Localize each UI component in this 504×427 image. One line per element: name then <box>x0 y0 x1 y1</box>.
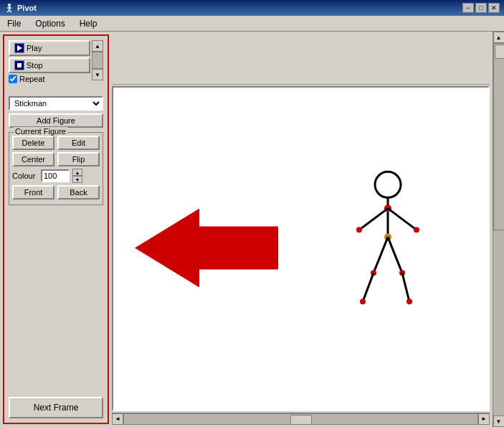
v-scroll-lower <box>493 230 505 416</box>
center-flip-row: Center Flip <box>12 152 100 166</box>
playback-buttons: Play Stop Repeat <box>9 40 90 83</box>
colour-row: Colour ▲ ▼ <box>12 169 100 183</box>
close-button[interactable]: ✕ <box>488 3 500 13</box>
svg-point-23 <box>406 299 412 304</box>
play-button[interactable]: Play <box>9 40 90 56</box>
title-bar: Pivot − □ ✕ <box>0 0 504 16</box>
maximize-button[interactable]: □ <box>475 3 487 13</box>
app-title: Pivot <box>17 4 37 12</box>
scroll-down-button[interactable]: ▼ <box>92 69 103 80</box>
v-scroll-down-button[interactable]: ▼ <box>493 416 505 427</box>
svg-point-13 <box>356 227 362 233</box>
svg-point-14 <box>414 227 419 233</box>
svg-point-0 <box>8 4 11 6</box>
colour-up-button[interactable]: ▲ <box>72 169 82 176</box>
spacer <box>9 86 103 90</box>
red-arrow <box>135 208 278 287</box>
front-button[interactable]: Front <box>12 185 54 200</box>
svg-point-8 <box>375 172 401 197</box>
center-button[interactable]: Center <box>12 152 54 166</box>
svg-line-11 <box>359 208 388 230</box>
figure-dropdown[interactable]: Stickman <box>9 96 103 111</box>
play-icon <box>14 43 24 53</box>
colour-spinner: ▲ ▼ <box>72 169 82 183</box>
h-scroll-thumb <box>290 415 312 425</box>
arrow-container <box>135 208 278 289</box>
playback-scroll: ▲ ▼ <box>92 40 103 80</box>
colour-down-button[interactable]: ▼ <box>72 176 82 183</box>
delete-edit-row: Delete Edit <box>12 136 100 150</box>
stickman <box>345 169 431 314</box>
back-button[interactable]: Back <box>57 185 100 200</box>
flip-button[interactable]: Flip <box>57 152 100 166</box>
menu-help[interactable]: Help <box>75 17 102 30</box>
svg-line-12 <box>388 208 417 230</box>
svg-marker-7 <box>135 208 278 287</box>
delete-button[interactable]: Delete <box>12 136 54 150</box>
svg-line-4 <box>9 10 11 12</box>
h-scroll-track[interactable] <box>123 413 478 425</box>
stickman-svg <box>345 169 431 312</box>
colour-input[interactable] <box>41 169 70 182</box>
v-scroll-thumb <box>495 44 505 59</box>
v-scroll-up-button[interactable]: ▲ <box>493 32 505 43</box>
repeat-checkbox[interactable] <box>9 75 17 83</box>
current-figure-group: Current Figure Delete Edit Center Flip C… <box>9 132 103 205</box>
stop-button[interactable]: Stop <box>9 57 90 73</box>
scroll-left-button[interactable]: ◄ <box>112 413 123 425</box>
front-back-row: Front Back <box>12 185 100 200</box>
menu-bar: File Options Help <box>0 16 504 32</box>
minimize-button[interactable]: − <box>462 3 474 13</box>
svg-marker-5 <box>17 45 22 51</box>
svg-rect-6 <box>17 63 22 67</box>
top-strip <box>112 34 490 85</box>
playback-area: Play Stop Repeat <box>9 40 103 83</box>
figure-select-row: Stickman <box>9 96 103 111</box>
stop-icon <box>14 60 24 70</box>
play-label: Play <box>27 44 42 52</box>
window-controls: − □ ✕ <box>462 3 500 13</box>
edit-button[interactable]: Edit <box>57 136 100 150</box>
scroll-up-button[interactable]: ▲ <box>92 40 103 52</box>
current-figure-label: Current Figure <box>14 127 67 136</box>
repeat-row: Repeat <box>9 75 90 83</box>
menu-file[interactable]: File <box>3 17 25 30</box>
bottom-scrollbar: ◄ ► <box>112 413 490 424</box>
app-icon <box>4 3 14 13</box>
svg-point-22 <box>360 299 366 304</box>
stop-label: Stop <box>27 61 43 70</box>
scroll-track <box>92 52 103 69</box>
left-panel: Play Stop Repeat <box>3 34 109 424</box>
add-figure-button[interactable]: Add Figure <box>9 113 103 128</box>
svg-line-20 <box>363 273 374 301</box>
scroll-right-button[interactable]: ► <box>478 413 490 425</box>
canvas-area: ◄ ► <box>112 32 493 427</box>
svg-line-17 <box>388 237 402 273</box>
colour-label: Colour <box>12 172 38 180</box>
right-scrollbar: ▲ ▼ <box>493 32 504 427</box>
next-frame-button[interactable]: Next Frame <box>9 397 103 418</box>
repeat-label: Repeat <box>19 75 44 83</box>
menu-options[interactable]: Options <box>31 17 69 30</box>
svg-line-16 <box>374 237 388 273</box>
canvas[interactable] <box>112 86 490 411</box>
main-layout: Play Stop Repeat <box>0 32 504 427</box>
flex-spacer <box>9 208 103 394</box>
svg-line-21 <box>402 273 409 301</box>
v-scroll-track[interactable] <box>493 43 505 230</box>
